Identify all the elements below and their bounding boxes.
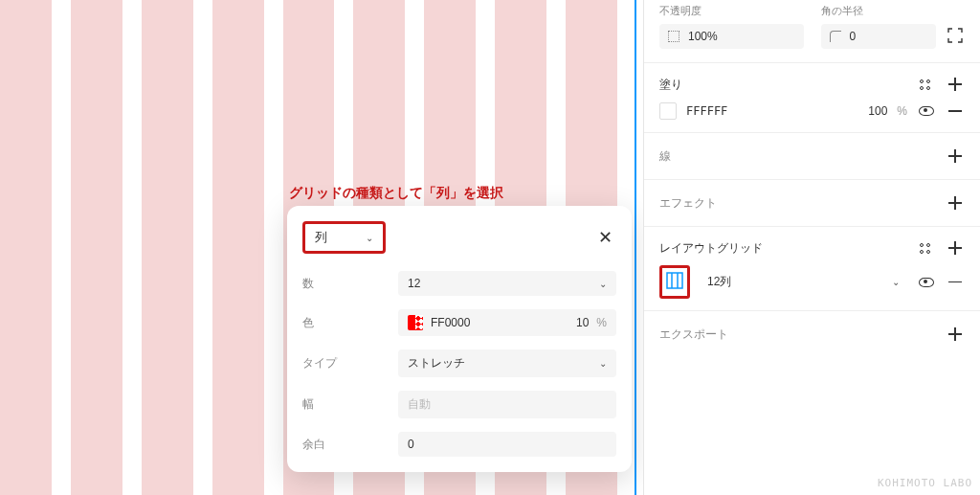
count-field[interactable]: 12 ⌄ <box>398 271 616 296</box>
add-stroke-icon[interactable] <box>946 146 965 166</box>
grid-column <box>142 0 193 495</box>
grid-column <box>212 0 264 495</box>
add-effect-icon[interactable] <box>946 193 965 213</box>
visibility-icon[interactable] <box>917 273 936 292</box>
svg-rect-0 <box>667 273 682 288</box>
opacity-value: 100% <box>688 30 718 43</box>
count-value: 12 <box>408 277 591 290</box>
remove-grid-icon[interactable] <box>946 273 965 292</box>
chevron-down-icon: ⌄ <box>599 279 607 289</box>
effect-title: エフェクト <box>659 195 717 212</box>
percent-label: % <box>897 104 907 118</box>
margin-field[interactable]: 0 <box>398 432 616 457</box>
expand-corners-icon[interactable] <box>946 26 965 45</box>
fill-swatch[interactable] <box>659 102 677 120</box>
chevron-down-icon: ⌄ <box>599 358 607 369</box>
color-opacity: 10 <box>576 316 589 329</box>
add-export-icon[interactable] <box>946 325 965 344</box>
styles-icon[interactable] <box>915 75 934 94</box>
remove-fill-icon[interactable] <box>946 101 965 121</box>
add-fill-icon[interactable] <box>946 75 965 94</box>
radius-label: 角の半径 <box>821 4 937 18</box>
opacity-input[interactable]: 100% <box>659 24 804 49</box>
radius-value: 0 <box>850 30 857 43</box>
right-sidebar: 不透明度 100% 角の半径 0 塗り <box>643 0 980 495</box>
grid-item-select[interactable]: 12列 ⌄ <box>700 270 907 294</box>
width-placeholder: 自動 <box>408 396 607 413</box>
stroke-title: 線 <box>659 148 671 165</box>
fill-title: 塗り <box>659 77 682 93</box>
layout-grid-title: レイアウトグリッド <box>659 240 763 257</box>
grid-type-icon-highlight[interactable] <box>659 265 690 299</box>
color-swatch[interactable] <box>408 315 423 330</box>
corner-radius-icon <box>829 30 842 43</box>
color-hex: FF0000 <box>431 316 568 329</box>
close-icon[interactable]: ✕ <box>594 223 616 252</box>
visibility-icon[interactable] <box>917 101 936 121</box>
color-field[interactable]: FF0000 10 % <box>398 309 616 336</box>
styles-icon[interactable] <box>915 238 934 258</box>
opacity-label: 不透明度 <box>659 4 804 18</box>
percent-label: % <box>596 316 607 329</box>
width-field[interactable]: 自動 <box>398 391 616 418</box>
type-field[interactable]: ストレッチ ⌄ <box>398 349 616 377</box>
add-grid-icon[interactable] <box>946 238 965 258</box>
color-label: 色 <box>302 315 398 331</box>
type-label: タイプ <box>302 355 398 371</box>
selection-edge <box>635 0 636 495</box>
margin-value: 0 <box>408 438 607 451</box>
count-label: 数 <box>302 276 398 292</box>
export-title: エクスポート <box>659 326 728 343</box>
chevron-down-icon: ⌄ <box>366 233 373 243</box>
fill-opacity[interactable]: 100 <box>854 104 887 118</box>
chevron-down-icon: ⌄ <box>892 277 900 287</box>
watermark: KOHIMOTO LABO <box>878 477 972 489</box>
opacity-icon <box>667 30 680 43</box>
radius-input[interactable]: 0 <box>821 24 937 49</box>
margin-label: 余白 <box>302 437 398 453</box>
type-value: ストレッチ <box>408 355 591 371</box>
grid-type-select[interactable]: 列 ⌄ <box>302 221 386 254</box>
fill-hex[interactable]: FFFFFF <box>686 104 844 118</box>
grid-item-label: 12列 <box>707 274 731 290</box>
annotation-text: グリッドの種類として「列」を選択 <box>289 185 503 202</box>
width-label: 幅 <box>302 396 398 413</box>
grid-type-value: 列 <box>315 229 327 246</box>
grid-settings-popup: 列 ⌄ ✕ 数 12 ⌄ 色 FF0000 10 % タイプ ストレッチ ⌄ 幅… <box>287 206 632 472</box>
grid-column <box>71 0 122 495</box>
columns-icon <box>666 272 683 289</box>
grid-column <box>0 0 52 495</box>
